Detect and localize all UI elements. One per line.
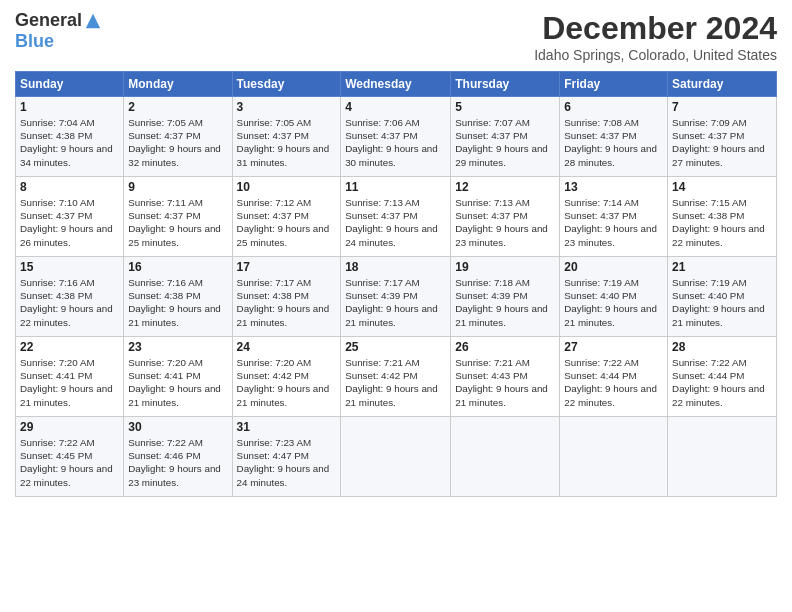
day-cell-29: 29 Sunrise: 7:22 AM Sunset: 4:45 PM Dayl… xyxy=(16,417,124,497)
sunrise-label: Sunrise: 7:20 AM xyxy=(20,357,95,368)
daylight-label: Daylight: 9 hours and 21 minutes. xyxy=(672,303,765,327)
day-content: Sunrise: 7:16 AM Sunset: 4:38 PM Dayligh… xyxy=(128,276,227,329)
sunrise-label: Sunrise: 7:05 AM xyxy=(237,117,312,128)
sunset-label: Sunset: 4:37 PM xyxy=(455,210,527,221)
day-cell-1: 1 Sunrise: 7:04 AM Sunset: 4:38 PM Dayli… xyxy=(16,97,124,177)
daylight-label: Daylight: 9 hours and 26 minutes. xyxy=(20,223,113,247)
day-content: Sunrise: 7:12 AM Sunset: 4:37 PM Dayligh… xyxy=(237,196,337,249)
day-content: Sunrise: 7:09 AM Sunset: 4:37 PM Dayligh… xyxy=(672,116,772,169)
sunrise-label: Sunrise: 7:13 AM xyxy=(455,197,530,208)
day-content: Sunrise: 7:19 AM Sunset: 4:40 PM Dayligh… xyxy=(672,276,772,329)
title-section: December 2024 Idaho Springs, Colorado, U… xyxy=(534,10,777,63)
day-content: Sunrise: 7:17 AM Sunset: 4:38 PM Dayligh… xyxy=(237,276,337,329)
sunrise-label: Sunrise: 7:04 AM xyxy=(20,117,95,128)
sunset-label: Sunset: 4:37 PM xyxy=(564,210,636,221)
empty-cell xyxy=(341,417,451,497)
day-content: Sunrise: 7:20 AM Sunset: 4:42 PM Dayligh… xyxy=(237,356,337,409)
day-cell-22: 22 Sunrise: 7:20 AM Sunset: 4:41 PM Dayl… xyxy=(16,337,124,417)
day-cell-12: 12 Sunrise: 7:13 AM Sunset: 4:37 PM Dayl… xyxy=(451,177,560,257)
sunrise-label: Sunrise: 7:17 AM xyxy=(345,277,420,288)
day-number: 16 xyxy=(128,260,227,274)
day-content: Sunrise: 7:04 AM Sunset: 4:38 PM Dayligh… xyxy=(20,116,119,169)
daylight-label: Daylight: 9 hours and 23 minutes. xyxy=(128,463,221,487)
daylight-label: Daylight: 9 hours and 23 minutes. xyxy=(455,223,548,247)
day-content: Sunrise: 7:22 AM Sunset: 4:44 PM Dayligh… xyxy=(672,356,772,409)
daylight-label: Daylight: 9 hours and 23 minutes. xyxy=(564,223,657,247)
day-content: Sunrise: 7:19 AM Sunset: 4:40 PM Dayligh… xyxy=(564,276,663,329)
sunrise-label: Sunrise: 7:15 AM xyxy=(672,197,747,208)
daylight-label: Daylight: 9 hours and 24 minutes. xyxy=(345,223,438,247)
sunset-label: Sunset: 4:37 PM xyxy=(455,130,527,141)
day-number: 4 xyxy=(345,100,446,114)
daylight-label: Daylight: 9 hours and 25 minutes. xyxy=(128,223,221,247)
day-content: Sunrise: 7:20 AM Sunset: 4:41 PM Dayligh… xyxy=(20,356,119,409)
day-cell-8: 8 Sunrise: 7:10 AM Sunset: 4:37 PM Dayli… xyxy=(16,177,124,257)
day-cell-19: 19 Sunrise: 7:18 AM Sunset: 4:39 PM Dayl… xyxy=(451,257,560,337)
sunrise-label: Sunrise: 7:16 AM xyxy=(20,277,95,288)
sunset-label: Sunset: 4:41 PM xyxy=(128,370,200,381)
day-number: 3 xyxy=(237,100,337,114)
logo-blue-text: Blue xyxy=(15,31,54,52)
week-row-5: 29 Sunrise: 7:22 AM Sunset: 4:45 PM Dayl… xyxy=(16,417,777,497)
sunset-label: Sunset: 4:37 PM xyxy=(672,130,744,141)
day-content: Sunrise: 7:08 AM Sunset: 4:37 PM Dayligh… xyxy=(564,116,663,169)
day-number: 27 xyxy=(564,340,663,354)
day-cell-11: 11 Sunrise: 7:13 AM Sunset: 4:37 PM Dayl… xyxy=(341,177,451,257)
sunset-label: Sunset: 4:39 PM xyxy=(455,290,527,301)
sunset-label: Sunset: 4:37 PM xyxy=(345,210,417,221)
sunrise-label: Sunrise: 7:12 AM xyxy=(237,197,312,208)
sunset-label: Sunset: 4:45 PM xyxy=(20,450,92,461)
sunset-label: Sunset: 4:37 PM xyxy=(128,130,200,141)
day-cell-28: 28 Sunrise: 7:22 AM Sunset: 4:44 PM Dayl… xyxy=(668,337,777,417)
day-number: 11 xyxy=(345,180,446,194)
day-content: Sunrise: 7:21 AM Sunset: 4:42 PM Dayligh… xyxy=(345,356,446,409)
day-cell-16: 16 Sunrise: 7:16 AM Sunset: 4:38 PM Dayl… xyxy=(124,257,232,337)
col-header-wednesday: Wednesday xyxy=(341,72,451,97)
day-content: Sunrise: 7:22 AM Sunset: 4:46 PM Dayligh… xyxy=(128,436,227,489)
day-number: 22 xyxy=(20,340,119,354)
day-number: 5 xyxy=(455,100,555,114)
day-number: 7 xyxy=(672,100,772,114)
daylight-label: Daylight: 9 hours and 22 minutes. xyxy=(672,383,765,407)
sunset-label: Sunset: 4:37 PM xyxy=(564,130,636,141)
daylight-label: Daylight: 9 hours and 28 minutes. xyxy=(564,143,657,167)
day-cell-14: 14 Sunrise: 7:15 AM Sunset: 4:38 PM Dayl… xyxy=(668,177,777,257)
day-number: 23 xyxy=(128,340,227,354)
daylight-label: Daylight: 9 hours and 31 minutes. xyxy=(237,143,330,167)
sunrise-label: Sunrise: 7:06 AM xyxy=(345,117,420,128)
header: General Blue December 2024 Idaho Springs… xyxy=(15,10,777,63)
sunrise-label: Sunrise: 7:17 AM xyxy=(237,277,312,288)
day-cell-30: 30 Sunrise: 7:22 AM Sunset: 4:46 PM Dayl… xyxy=(124,417,232,497)
day-content: Sunrise: 7:05 AM Sunset: 4:37 PM Dayligh… xyxy=(128,116,227,169)
sunset-label: Sunset: 4:39 PM xyxy=(345,290,417,301)
daylight-label: Daylight: 9 hours and 25 minutes. xyxy=(237,223,330,247)
day-number: 19 xyxy=(455,260,555,274)
sunset-label: Sunset: 4:42 PM xyxy=(237,370,309,381)
sunset-label: Sunset: 4:38 PM xyxy=(20,290,92,301)
daylight-label: Daylight: 9 hours and 22 minutes. xyxy=(672,223,765,247)
day-cell-23: 23 Sunrise: 7:20 AM Sunset: 4:41 PM Dayl… xyxy=(124,337,232,417)
sunrise-label: Sunrise: 7:10 AM xyxy=(20,197,95,208)
day-content: Sunrise: 7:16 AM Sunset: 4:38 PM Dayligh… xyxy=(20,276,119,329)
sunrise-label: Sunrise: 7:16 AM xyxy=(128,277,203,288)
sunrise-label: Sunrise: 7:08 AM xyxy=(564,117,639,128)
sunset-label: Sunset: 4:46 PM xyxy=(128,450,200,461)
day-cell-3: 3 Sunrise: 7:05 AM Sunset: 4:37 PM Dayli… xyxy=(232,97,341,177)
sunrise-label: Sunrise: 7:22 AM xyxy=(672,357,747,368)
sunrise-label: Sunrise: 7:05 AM xyxy=(128,117,203,128)
daylight-label: Daylight: 9 hours and 21 minutes. xyxy=(455,383,548,407)
sunset-label: Sunset: 4:44 PM xyxy=(564,370,636,381)
daylight-label: Daylight: 9 hours and 21 minutes. xyxy=(564,303,657,327)
calendar-table: SundayMondayTuesdayWednesdayThursdayFrid… xyxy=(15,71,777,497)
sunset-label: Sunset: 4:37 PM xyxy=(345,130,417,141)
svg-marker-0 xyxy=(86,13,100,27)
daylight-label: Daylight: 9 hours and 29 minutes. xyxy=(455,143,548,167)
day-content: Sunrise: 7:18 AM Sunset: 4:39 PM Dayligh… xyxy=(455,276,555,329)
daylight-label: Daylight: 9 hours and 34 minutes. xyxy=(20,143,113,167)
day-number: 26 xyxy=(455,340,555,354)
day-content: Sunrise: 7:14 AM Sunset: 4:37 PM Dayligh… xyxy=(564,196,663,249)
logo: General Blue xyxy=(15,10,102,52)
sunset-label: Sunset: 4:37 PM xyxy=(128,210,200,221)
day-cell-4: 4 Sunrise: 7:06 AM Sunset: 4:37 PM Dayli… xyxy=(341,97,451,177)
daylight-label: Daylight: 9 hours and 21 minutes. xyxy=(345,383,438,407)
